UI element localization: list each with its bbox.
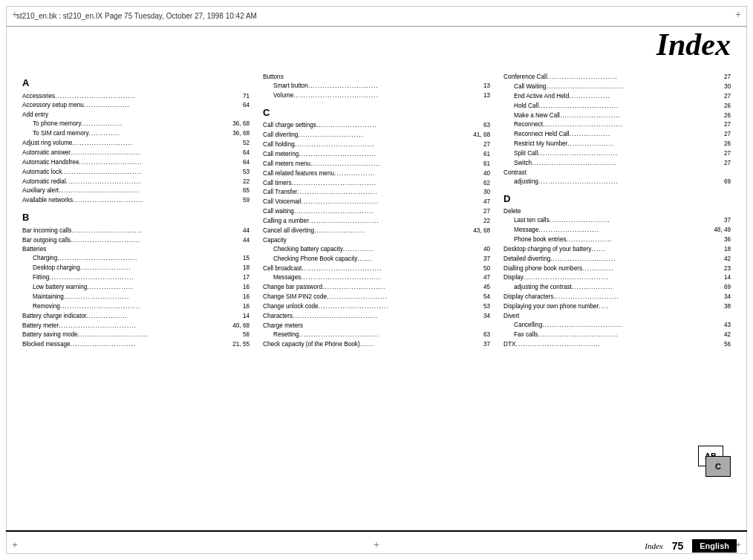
footer-index-label: Index <box>645 541 662 550</box>
list-item: Call timers ............................… <box>263 179 490 189</box>
footer-language: English <box>692 539 737 553</box>
list-item: Phone book entries ................... 3… <box>503 235 731 245</box>
list-item: Desktop charging of your battery ...... … <box>503 245 731 255</box>
list-item: Bar incoming calls .....................… <box>22 227 250 236</box>
list-item: To SIM card memory ............. 36, 68 <box>22 129 250 139</box>
list-item: Detailed diverting .....................… <box>503 255 731 264</box>
list-item: Automatic answer .......................… <box>22 149 250 158</box>
list-item: Call related features menu .............… <box>263 169 490 179</box>
list-item: Check capacity (of the Phone Book) .....… <box>263 340 490 350</box>
footer: Index 75 English <box>6 530 747 560</box>
abc-front: C <box>705 456 731 477</box>
abc-icon: AB C <box>698 446 731 478</box>
section-c: C <box>263 105 490 120</box>
list-item: Auxiliary alert ........................… <box>22 186 250 196</box>
list-item: End Active And Held ................. 27 <box>503 92 731 102</box>
list-item: Calling a number .......................… <box>263 217 490 227</box>
list-item: Switch .................................… <box>503 159 731 169</box>
list-item: Call diverting .........................… <box>263 131 490 140</box>
list-item: Last ten calls .........................… <box>503 216 731 226</box>
list-item: Fax calls ..............................… <box>503 331 731 340</box>
list-item: Call Waiting ...........................… <box>503 82 731 92</box>
list-item: Messages ...............................… <box>263 273 490 283</box>
list-item: Change unlock code .....................… <box>263 302 490 312</box>
list-item: Cancelling .............................… <box>503 321 731 331</box>
list-item: Hold Call ..............................… <box>503 102 731 111</box>
list-item: Cell broadcast .........................… <box>263 264 490 274</box>
list-item: Fitting ................................… <box>22 273 250 283</box>
list-item: Restrict My Number ................... 2… <box>503 140 731 149</box>
list-item: Desktop charging ..................... 1… <box>22 264 250 273</box>
list-item: Display characters .....................… <box>503 293 731 302</box>
main-content: Index A Accessories ....................… <box>22 27 731 523</box>
list-item: Automatic lock .........................… <box>22 168 250 178</box>
list-item: Battery meter ..........................… <box>22 322 250 331</box>
list-item: Delete <box>503 207 731 216</box>
list-item: Contrast <box>503 169 731 178</box>
columns: A Accessories ..........................… <box>22 71 731 523</box>
col2: Buttons Smart button ...................… <box>263 71 490 523</box>
list-item: Characters .............................… <box>263 312 490 322</box>
list-item: Call waiting ...........................… <box>263 207 490 217</box>
section-d: D <box>503 192 731 206</box>
list-item: Charge meters <box>263 322 490 331</box>
col3: Conference Call ........................… <box>503 71 731 523</box>
list-item: Automatic Handsfree ....................… <box>22 158 250 168</box>
list-item: Reconnect Held Call ................. 27 <box>503 130 731 140</box>
col1: A Accessories ..........................… <box>22 71 250 523</box>
list-item: Charging ...............................… <box>22 254 250 264</box>
list-item: Call Transfer ..........................… <box>263 188 490 198</box>
section-b: B <box>22 210 250 225</box>
list-item: Conference Call ........................… <box>503 73 731 82</box>
list-item: Message ......................... 48, 49 <box>503 226 731 235</box>
list-item: Checking Phone Book capacity ...... 37 <box>263 255 490 264</box>
index-title: Index <box>656 27 731 62</box>
list-item: Split Call .............................… <box>503 149 731 159</box>
list-item: Resetting ..............................… <box>263 331 490 340</box>
list-item: Smart button ...........................… <box>263 82 490 91</box>
list-item: Adjust ring volume .....................… <box>22 139 250 149</box>
list-item: Call metering ..........................… <box>263 150 490 160</box>
list-item: Maintaining ........................... … <box>22 293 250 302</box>
list-item: Capacity <box>263 236 490 245</box>
list-item: Change bar password ....................… <box>263 283 490 293</box>
list-item: To phone memory ................. 36, 68 <box>22 120 250 129</box>
list-item: Batteries <box>22 245 250 254</box>
list-item: Dialling phone book numbers ............… <box>503 264 731 274</box>
list-item: Buttons <box>263 73 490 82</box>
header-bar: st210_en.bk : st210_en.IX Page 75 Tuesda… <box>6 6 747 27</box>
list-item: Call meters menu .......................… <box>263 160 490 169</box>
list-item: Accessories ............................… <box>22 92 250 102</box>
list-item: Reconnect ..............................… <box>503 120 731 130</box>
list-item: DTX ................................... … <box>503 340 731 350</box>
list-item: Automatic redial .......................… <box>22 178 250 187</box>
list-item: Available networks .....................… <box>22 196 250 206</box>
header-text: st210_en.bk : st210_en.IX Page 75 Tuesda… <box>16 12 257 20</box>
list-item: Accessory setup menu ...................… <box>22 101 250 111</box>
list-item: Make a New Call ........................… <box>503 111 731 121</box>
list-item: Volume .................................… <box>263 91 490 101</box>
list-item: Bar outgoing calls .....................… <box>22 236 250 246</box>
list-item: Battery saving mode ....................… <box>22 331 250 340</box>
section-a: A <box>22 76 250 91</box>
list-item: Call holding ...........................… <box>263 140 490 150</box>
list-item: Call Voicemail .........................… <box>263 198 490 207</box>
list-item: Low battery warning ................... … <box>22 283 250 293</box>
list-item: Checking battery capacity ............. … <box>263 245 490 255</box>
footer-page-number: 75 <box>672 540 684 552</box>
list-item: Add entry <box>22 111 250 120</box>
footer-content: Index 75 English <box>645 539 737 553</box>
list-item: Displaying your own phone number .... 38 <box>503 302 731 312</box>
list-item: adjusting ..............................… <box>503 178 731 187</box>
list-item: Divert <box>503 312 731 321</box>
list-item: Change SIM PIN2 code ...................… <box>263 293 490 302</box>
list-item: Call charge settings ...................… <box>263 121 490 131</box>
list-item: adjusting the contrast .................… <box>503 283 731 293</box>
list-item: Display ................................… <box>503 273 731 283</box>
list-item: Cancel all diverting ...................… <box>263 227 490 236</box>
list-item: Blocked message ........................… <box>22 340 250 350</box>
list-item: Removing ...............................… <box>22 302 250 312</box>
list-item: Battery charge indicator ...............… <box>22 312 250 322</box>
